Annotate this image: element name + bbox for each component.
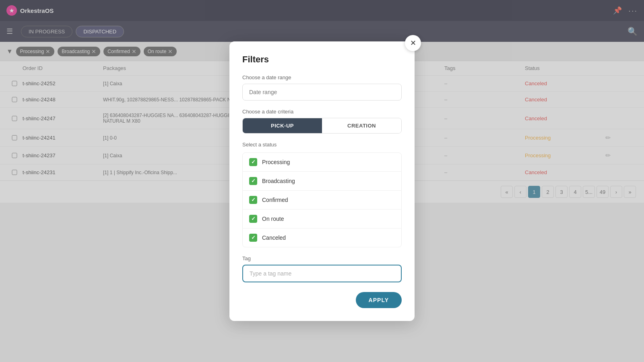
status-item-confirmed[interactable]: ✓ Confirmed	[243, 191, 401, 210]
checkbox-confirmed[interactable]: ✓	[249, 196, 257, 204]
tag-input[interactable]	[242, 265, 402, 282]
close-icon: ✕	[410, 39, 416, 47]
toggle-pickup-button[interactable]: PICK-UP	[243, 118, 322, 133]
status-label-confirmed: Confirmed	[262, 197, 288, 203]
status-item-broadcasting[interactable]: ✓ Broadcasting	[243, 172, 401, 191]
checkbox-processing[interactable]: ✓	[249, 158, 257, 166]
apply-button-wrap: APPLY	[242, 292, 402, 308]
status-label-processing: Processing	[262, 159, 290, 165]
tag-section-label: Tag	[242, 255, 402, 261]
status-label-broadcasting: Broadcasting	[262, 178, 295, 184]
close-button[interactable]: ✕	[405, 35, 421, 51]
checkmark-icon: ✓	[251, 234, 256, 241]
checkmark-icon: ✓	[251, 178, 256, 184]
date-criteria-label: Choose a date criteria	[242, 109, 402, 115]
modal-title: Filters	[242, 54, 402, 65]
status-section-label: Select a status	[242, 142, 402, 148]
date-range-label: Choose a date range	[242, 74, 402, 80]
checkmark-icon: ✓	[251, 159, 256, 165]
status-list: ✓ Processing ✓ Broadcasting ✓ Confirmed …	[242, 152, 402, 247]
modal-overlay: ✕ Filters Choose a date range Choose a d…	[0, 0, 644, 362]
status-label-onroute: On route	[262, 216, 284, 222]
filters-modal: ✕ Filters Choose a date range Choose a d…	[229, 41, 415, 321]
status-item-canceled[interactable]: ✓ Canceled	[243, 228, 401, 247]
status-label-canceled: Canceled	[262, 234, 286, 241]
checkbox-canceled[interactable]: ✓	[249, 234, 257, 242]
apply-button[interactable]: APPLY	[356, 292, 402, 308]
checkbox-onroute[interactable]: ✓	[249, 215, 257, 223]
status-item-processing[interactable]: ✓ Processing	[243, 153, 401, 172]
checkmark-icon: ✓	[251, 197, 256, 203]
checkmark-icon: ✓	[251, 216, 256, 222]
toggle-creation-button[interactable]: CREATION	[322, 118, 401, 133]
status-item-onroute[interactable]: ✓ On route	[243, 210, 401, 228]
date-criteria-toggle: PICK-UP CREATION	[242, 118, 402, 134]
checkbox-broadcasting[interactable]: ✓	[249, 177, 257, 185]
date-range-input[interactable]	[242, 84, 402, 101]
